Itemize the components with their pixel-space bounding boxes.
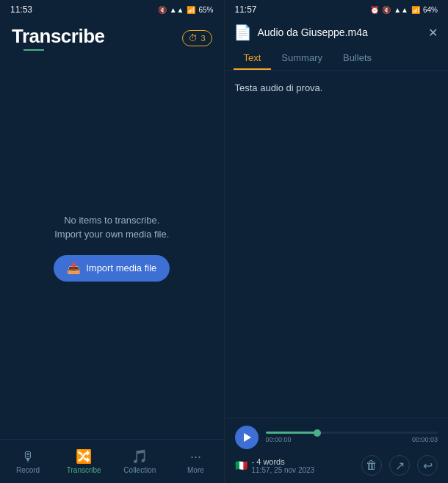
signal-icon-r: 📶 <box>411 6 420 14</box>
export-icon: ↩ <box>423 459 433 473</box>
meta-row: 🇮🇹 - 4 words 11:57, 25 nov 2023 🗑 ↗ ↩ <box>235 452 438 479</box>
word-count: - 4 words <box>252 457 315 466</box>
file-title: Audio da Giuseppe.m4a <box>258 26 368 38</box>
import-media-button[interactable]: 📥 Import media file <box>54 255 170 282</box>
nav-more-label: More <box>187 466 204 474</box>
right-panel: 11:57 ⏰ 🔇 ▲▲ 📶 64% 📄 Audio da Giuseppe.m… <box>225 0 449 483</box>
svg-marker-0 <box>244 433 251 442</box>
file-title-row: 📄 Audio da Giuseppe.m4a <box>234 24 368 41</box>
clock-icon: ⏱ <box>189 33 198 43</box>
nav-record-label: Record <box>16 466 40 474</box>
close-button[interactable]: ✕ <box>428 26 438 40</box>
progress-container[interactable]: 00:00:00 00:00:03 <box>266 432 438 443</box>
timer-count: 3 <box>200 34 205 43</box>
progress-bar-fill <box>266 432 317 434</box>
left-panel: 11:53 🔇 ▲▲ 📶 65% Transcribe ⏱ 3 No items… <box>0 0 224 483</box>
mute-icon: 🔇 <box>158 6 167 14</box>
more-icon: ··· <box>190 449 201 465</box>
collection-icon: 🎵 <box>131 448 148 465</box>
right-time: 11:57 <box>235 4 257 15</box>
left-navbar: 🎙 Record 🔀 Transcribe 🎵 Collection ··· M… <box>0 439 224 483</box>
empty-state: No items to transcribe. Import your own … <box>54 213 169 242</box>
left-time: 11:53 <box>10 4 32 15</box>
tab-bullets[interactable]: Bullets <box>333 47 382 70</box>
progress-bar-bg[interactable] <box>266 432 438 434</box>
tab-summary[interactable]: Summary <box>271 47 333 70</box>
nav-transcribe[interactable]: 🔀 Transcribe <box>56 440 112 483</box>
import-icon: 📥 <box>67 262 81 275</box>
record-icon: 🎙 <box>21 449 35 465</box>
meta-date: 11:57, 25 nov 2023 <box>252 466 315 474</box>
wifi-icon: ▲▲ <box>170 6 184 14</box>
alarm-icon: ⏰ <box>370 6 379 14</box>
timer-badge[interactable]: ⏱ 3 <box>182 30 212 46</box>
signal-icon: 📶 <box>187 6 195 14</box>
progress-dot <box>314 429 321 437</box>
nav-collection[interactable]: 🎵 Collection <box>112 440 167 483</box>
transcript-text: Testa audio di prova. <box>235 81 438 96</box>
wifi-icon-r: ▲▲ <box>394 6 408 14</box>
empty-line2: Import your own media file. <box>54 227 169 242</box>
right-header: 📄 Audio da Giuseppe.m4a ✕ <box>225 18 449 47</box>
left-status-bar: 11:53 🔇 ▲▲ 📶 65% <box>0 0 224 18</box>
nav-more[interactable]: ··· More <box>167 440 223 483</box>
battery-label: 65% <box>198 6 213 14</box>
share-button[interactable]: ↗ <box>389 455 410 476</box>
empty-line1: No items to transcribe. <box>54 213 169 228</box>
language-flag: 🇮🇹 <box>235 459 248 471</box>
share-icon: ↗ <box>395 459 405 473</box>
current-time: 00:00:00 <box>266 436 292 443</box>
right-content: Testa audio di prova. <box>225 71 449 418</box>
delete-button[interactable]: 🗑 <box>361 455 382 476</box>
tab-text[interactable]: Text <box>234 47 272 70</box>
left-content: No items to transcribe. Import your own … <box>0 55 224 439</box>
nav-collection-label: Collection <box>123 466 156 474</box>
audio-player: 00:00:00 00:00:03 🇮🇹 - 4 words 11:57, 25… <box>225 418 449 483</box>
title-underline <box>24 49 44 51</box>
meta-actions: 🗑 ↗ ↩ <box>361 455 438 476</box>
trash-icon: 🗑 <box>366 459 377 472</box>
mute-icon-r: 🔇 <box>382 6 391 14</box>
import-button-label: Import media file <box>86 262 156 273</box>
left-status-icons: 🔇 ▲▲ 📶 65% <box>158 6 214 14</box>
meta-info: - 4 words 11:57, 25 nov 2023 <box>252 457 315 474</box>
play-button[interactable] <box>235 426 259 449</box>
player-row: 00:00:00 00:00:03 <box>235 426 438 449</box>
nav-record[interactable]: 🎙 Record <box>0 440 56 483</box>
app-title: Transcribe <box>12 25 105 48</box>
tabs-row: Text Summary Bullets <box>225 47 449 71</box>
meta-left: 🇮🇹 - 4 words 11:57, 25 nov 2023 <box>235 457 315 474</box>
title-block: Transcribe <box>12 25 105 51</box>
file-doc-icon: 📄 <box>234 24 252 41</box>
left-header: Transcribe ⏱ 3 <box>0 18 224 55</box>
total-time: 00:00:03 <box>412 436 438 443</box>
battery-label-r: 64% <box>423 6 438 14</box>
transcribe-nav-icon: 🔀 <box>76 448 92 465</box>
time-labels: 00:00:00 00:00:03 <box>266 436 438 443</box>
export-button[interactable]: ↩ <box>417 455 438 476</box>
right-status-bar: 11:57 ⏰ 🔇 ▲▲ 📶 64% <box>225 0 449 18</box>
nav-transcribe-label: Transcribe <box>67 466 101 474</box>
play-icon <box>243 433 252 442</box>
right-status-icons: ⏰ 🔇 ▲▲ 📶 64% <box>370 6 438 14</box>
